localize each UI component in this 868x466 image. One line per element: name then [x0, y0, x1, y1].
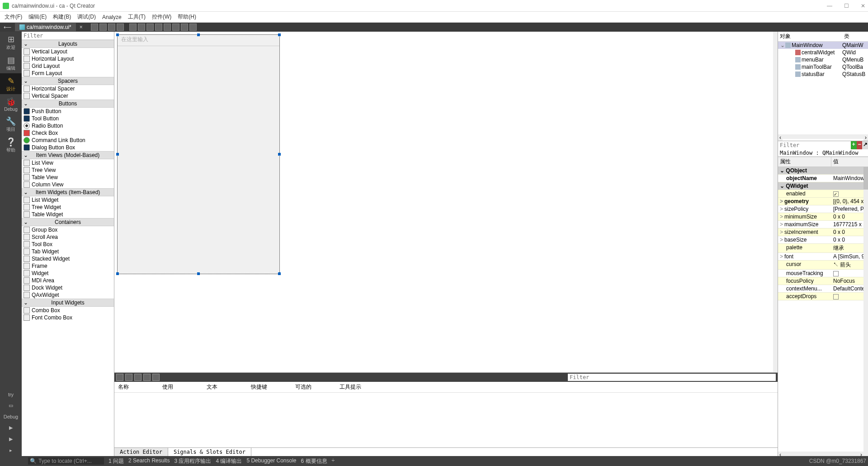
action-column[interactable]: 使用	[159, 382, 203, 392]
action-column[interactable]: 文本	[203, 382, 247, 392]
tool-edit-buddies[interactable]	[108, 24, 115, 31]
resize-handle[interactable]	[278, 153, 281, 156]
hscroll-left[interactable]: ‹	[778, 452, 783, 456]
object-row[interactable]: mainToolBarQToolBa	[778, 63, 868, 71]
widget-item[interactable]: Font Combo Box	[22, 314, 114, 321]
tab-close-button[interactable]: ×	[76, 24, 86, 30]
menu-item[interactable]: 工具(T)	[125, 12, 148, 22]
action-new-button[interactable]	[116, 374, 123, 381]
mode-设计[interactable]: ✎设计	[0, 73, 22, 94]
object-row[interactable]: menuBarQMenuB	[778, 56, 868, 63]
tool-hsplit[interactable]	[146, 24, 154, 31]
nav-back-button[interactable]: ⟵	[0, 24, 15, 30]
widget-category[interactable]: Input Widgets	[22, 299, 114, 307]
action-filter-input[interactable]	[568, 374, 776, 381]
property-row[interactable]: >minimumSize0 x 0	[778, 213, 868, 221]
property-row[interactable]: >sizePolicy[Preferred, Pr	[778, 205, 868, 213]
menu-item[interactable]: 编辑(E)	[26, 12, 49, 22]
object-row[interactable]: statusBarQStatusB	[778, 71, 868, 78]
widget-item[interactable]: Table Widget	[22, 211, 114, 218]
property-row[interactable]: objectNameMainWindow	[778, 175, 868, 182]
widget-category[interactable]: Item Views (Model-Based)	[22, 151, 114, 159]
widget-category[interactable]: Spacers	[22, 77, 114, 85]
tool-vsplit[interactable]	[155, 24, 162, 31]
action-column[interactable]: 工具提示	[336, 382, 380, 392]
action-delete-button[interactable]	[152, 374, 160, 381]
action-column[interactable]: 快捷键	[247, 382, 292, 392]
action-column[interactable]: 可选的	[292, 382, 336, 392]
col-property[interactable]: 属性	[778, 157, 831, 166]
output-tab[interactable]: 6 概要信息	[301, 457, 327, 465]
property-group[interactable]: ⌄ QWidget	[778, 182, 868, 190]
sidenav-bottom-item[interactable]: Debug	[4, 411, 18, 422]
property-scrollbar[interactable]	[863, 167, 868, 456]
locator-input[interactable]: 🔍Type to locate (Ctrl+...	[28, 457, 104, 465]
sidenav-bottom-item[interactable]: ▶	[9, 422, 13, 433]
tool-edit-widgets[interactable]	[91, 24, 98, 31]
form-mainwindow[interactable]: 在这里输入	[117, 34, 280, 274]
widget-item[interactable]: Tool Button	[22, 115, 114, 122]
output-tab[interactable]: ÷	[332, 457, 335, 465]
property-editor[interactable]: ⌄ QObjectobjectNameMainWindow⌄ QWidgeten…	[778, 167, 868, 456]
mode-帮助[interactable]: ❔帮助	[0, 134, 22, 155]
widget-item[interactable]: QAxWidget	[22, 291, 114, 299]
widget-item[interactable]: Combo Box	[22, 307, 114, 314]
scroll-track[interactable]	[783, 134, 863, 139]
widget-item[interactable]: Horizontal Spacer	[22, 85, 114, 92]
widget-item[interactable]: Scroll Area	[22, 233, 114, 241]
property-row[interactable]: mouseTracking	[778, 270, 868, 277]
output-tab[interactable]: 4 编译输出	[216, 457, 242, 465]
menubar[interactable]: 文件(F)编辑(E)构建(B)调试(D)Analyze工具(T)控件(W)帮助(…	[0, 12, 868, 23]
widgetbox-filter-input[interactable]	[22, 32, 114, 40]
widget-item[interactable]: List View	[22, 159, 114, 166]
object-row[interactable]: ⌄MainWindowQMainW	[778, 42, 868, 49]
widget-item[interactable]: MDI Area	[22, 277, 114, 284]
resize-handle[interactable]	[278, 33, 281, 36]
property-group[interactable]: ⌄ QObject	[778, 167, 868, 175]
widget-item[interactable]: Widget	[22, 270, 114, 277]
widget-category[interactable]: Layouts	[22, 40, 114, 48]
output-tab[interactable]: 2 Search Results	[128, 457, 170, 465]
widget-item[interactable]: Tree Widget	[22, 204, 114, 211]
property-row[interactable]: acceptDrops	[778, 293, 868, 300]
col-value[interactable]: 值	[831, 157, 840, 166]
tool-edit-taborder[interactable]	[117, 24, 124, 31]
widget-item[interactable]: Tab Widget	[22, 248, 114, 255]
sidenav-bottom-item[interactable]: try	[8, 389, 14, 400]
property-expand-button[interactable]: ↗	[862, 141, 868, 149]
widget-item[interactable]: Stacked Widget	[22, 255, 114, 262]
widget-item[interactable]: Form Layout	[22, 70, 114, 77]
property-remove-button[interactable]: −	[857, 141, 863, 149]
property-row[interactable]: palette继承	[778, 244, 868, 253]
tool-hlayout[interactable]	[129, 24, 137, 31]
minimize-button[interactable]: —	[827, 3, 832, 9]
widget-item[interactable]: Dock Widget	[22, 284, 114, 291]
menu-item[interactable]: 帮助(H)	[175, 12, 199, 22]
action-column[interactable]: 名称	[114, 382, 159, 392]
resize-handle[interactable]	[116, 153, 119, 156]
property-row[interactable]: contextMenu...DefaultConte	[778, 285, 868, 293]
widget-item[interactable]: Vertical Spacer	[22, 92, 114, 100]
maximize-button[interactable]: ☐	[844, 3, 849, 9]
object-row[interactable]: centralWidgetQWid	[778, 49, 868, 56]
scroll-left[interactable]: ‹	[778, 134, 783, 141]
property-add-button[interactable]: +	[851, 141, 857, 149]
col-class[interactable]: 类	[842, 32, 868, 41]
resize-handle[interactable]	[116, 272, 119, 275]
action-open-button[interactable]	[125, 374, 132, 381]
resize-handle[interactable]	[116, 33, 119, 36]
sidenav-bottom-item[interactable]: ▶	[9, 433, 13, 445]
col-object[interactable]: 对象	[778, 32, 842, 41]
widget-item[interactable]: Push Button	[22, 108, 114, 115]
widget-item[interactable]: Tree View	[22, 166, 114, 174]
menu-item[interactable]: 控件(W)	[149, 12, 174, 22]
property-row[interactable]: enabled	[778, 190, 868, 198]
widget-item[interactable]: Vertical Layout	[22, 48, 114, 55]
action-paste-button[interactable]	[143, 374, 151, 381]
property-row[interactable]: >maximumSize16777215 x 1	[778, 221, 868, 228]
property-row[interactable]: >geometry[(0, 0), 454 x	[778, 198, 868, 205]
canvas-scrollbar[interactable]	[773, 32, 778, 372]
widget-item[interactable]: List Widget	[22, 196, 114, 204]
scroll-right[interactable]: ›	[863, 134, 868, 141]
menu-item[interactable]: 文件(F)	[2, 12, 25, 22]
